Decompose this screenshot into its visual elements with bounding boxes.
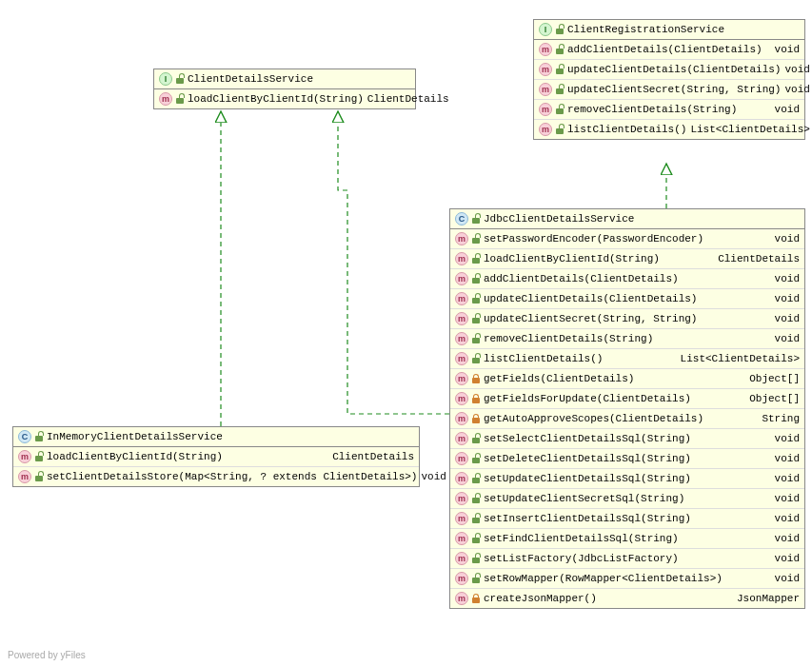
- method-row: mloadClientByClientId(String)ClientDetai…: [13, 447, 419, 467]
- method-return-type: ClientDetails: [367, 93, 449, 105]
- method-signature: setClientDetailsStore(Map<String, ? exte…: [47, 471, 417, 482]
- method-icon: m: [159, 92, 172, 106]
- method-return-type: ClientDetails: [718, 253, 800, 264]
- method-signature: getFieldsForUpdate(ClientDetails): [484, 393, 745, 404]
- locked-lock-icon: [472, 594, 480, 603]
- method-signature: setFindClientDetailsSql(String): [484, 533, 771, 544]
- class-name-label: InMemoryClientDetailsService: [47, 431, 223, 442]
- method-row: mgetFieldsForUpdate(ClientDetails)Object…: [450, 389, 804, 409]
- locked-lock-icon: [472, 414, 480, 423]
- open-lock-icon: [472, 214, 480, 224]
- method-row: mupdateClientDetails(ClientDetails)void: [450, 289, 804, 309]
- method-icon: m: [455, 472, 468, 485]
- method-return-type: void: [775, 453, 800, 464]
- method-list: maddClientDetails(ClientDetails)voidmupd…: [534, 40, 804, 139]
- method-icon: m: [455, 492, 468, 505]
- method-return-type: void: [775, 473, 800, 484]
- open-lock-icon: [35, 472, 43, 481]
- method-signature: getFields(ClientDetails): [484, 373, 745, 384]
- method-icon: m: [455, 272, 468, 285]
- method-row: mgetAutoApproveScopes(ClientDetails)Stri…: [450, 409, 804, 429]
- method-list: mloadClientByClientId(String)ClientDetai…: [154, 89, 415, 108]
- method-row: mlistClientDetails()List<ClientDetails>: [450, 349, 804, 369]
- method-row: msetInsertClientDetailsSql(String)void: [450, 509, 804, 529]
- method-icon: m: [455, 232, 468, 245]
- method-icon: m: [539, 43, 552, 56]
- method-return-type: void: [775, 533, 800, 544]
- class-title: C InMemoryClientDetailsService: [13, 427, 419, 447]
- method-signature: removeClientDetails(String): [567, 104, 771, 115]
- method-return-type: void: [784, 64, 809, 75]
- method-row: mgetFields(ClientDetails)Object[]: [450, 369, 804, 389]
- method-icon: m: [455, 292, 468, 305]
- method-icon: m: [18, 470, 31, 483]
- class-name-label: ClientDetailsService: [188, 73, 313, 85]
- method-signature: addClientDetails(ClientDetails): [567, 44, 771, 55]
- method-row: msetUpdateClientSecretSql(String)void: [450, 489, 804, 509]
- open-lock-icon: [472, 254, 480, 264]
- open-lock-icon: [176, 94, 184, 104]
- method-return-type: List<ClientDetails>: [681, 353, 800, 364]
- method-row: mremoveClientDetails(String)void: [450, 329, 804, 349]
- open-lock-icon: [472, 554, 480, 563]
- method-icon: m: [455, 572, 468, 585]
- method-row: msetPasswordEncoder(PasswordEncoder)void: [450, 229, 804, 249]
- open-lock-icon: [556, 85, 564, 94]
- class-icon: C: [18, 430, 31, 443]
- class-title: C JdbcClientDetailsService: [450, 209, 804, 229]
- method-signature: setUpdateClientSecretSql(String): [484, 493, 771, 504]
- method-icon: m: [455, 452, 468, 465]
- open-lock-icon: [472, 434, 480, 443]
- open-lock-icon: [556, 105, 564, 114]
- method-return-type: void: [421, 471, 446, 482]
- open-lock-icon: [472, 274, 480, 284]
- method-icon: m: [455, 412, 468, 425]
- method-icon: m: [539, 83, 552, 96]
- method-icon: m: [455, 552, 468, 565]
- class-client-details-service: I ClientDetailsService mloadClientByClie…: [153, 69, 416, 109]
- method-row: msetClientDetailsStore(Map<String, ? ext…: [13, 467, 419, 486]
- method-row: mremoveClientDetails(String)void: [534, 100, 804, 120]
- method-signature: loadClientByClientId(String): [47, 451, 328, 462]
- method-list: msetPasswordEncoder(PasswordEncoder)void…: [450, 229, 804, 608]
- method-return-type: ClientDetails: [332, 451, 414, 462]
- method-signature: setUpdateClientDetailsSql(String): [484, 473, 771, 484]
- method-row: mloadClientByClientId(String)ClientDetai…: [154, 89, 415, 108]
- method-return-type: void: [784, 84, 809, 95]
- class-client-registration-service: I ClientRegistrationService maddClientDe…: [533, 19, 805, 140]
- method-row: msetFindClientDetailsSql(String)void: [450, 529, 804, 549]
- method-signature: getAutoApproveScopes(ClientDetails): [484, 413, 758, 424]
- method-signature: removeClientDetails(String): [484, 333, 771, 344]
- method-return-type: String: [762, 413, 800, 424]
- class-in-memory-client-details-service: C InMemoryClientDetailsService mloadClie…: [12, 426, 420, 487]
- method-row: msetSelectClientDetailsSql(String)void: [450, 429, 804, 449]
- interface-icon: I: [159, 72, 172, 86]
- method-return-type: Object[]: [749, 393, 800, 404]
- method-signature: setSelectClientDetailsSql(String): [484, 433, 771, 444]
- open-lock-icon: [556, 125, 564, 134]
- method-icon: m: [539, 103, 552, 116]
- method-signature: updateClientSecret(String, String): [567, 84, 781, 95]
- method-icon: m: [455, 532, 468, 545]
- open-lock-icon: [472, 494, 480, 503]
- method-icon: m: [455, 432, 468, 445]
- interface-icon: I: [539, 23, 552, 36]
- method-signature: loadClientByClientId(String): [484, 253, 714, 264]
- class-jdbc-client-details-service: C JdbcClientDetailsService msetPasswordE…: [449, 208, 805, 609]
- method-row: mlistClientDetails()List<ClientDetails>: [534, 120, 804, 139]
- method-return-type: void: [775, 293, 800, 304]
- method-signature: setPasswordEncoder(PasswordEncoder): [484, 233, 771, 245]
- footer-credit: Powered by yFiles: [8, 650, 86, 660]
- method-row: maddClientDetails(ClientDetails)void: [450, 269, 804, 289]
- method-signature: setInsertClientDetailsSql(String): [484, 513, 771, 524]
- method-icon: m: [455, 252, 468, 265]
- method-signature: setRowMapper(RowMapper<ClientDetails>): [484, 573, 771, 584]
- method-icon: m: [455, 352, 468, 365]
- method-return-type: void: [775, 513, 800, 524]
- method-return-type: void: [775, 553, 800, 564]
- method-row: mloadClientByClientId(String)ClientDetai…: [450, 249, 804, 269]
- open-lock-icon: [472, 294, 480, 304]
- method-icon: m: [539, 123, 552, 136]
- method-signature: addClientDetails(ClientDetails): [484, 273, 771, 284]
- method-signature: loadClientByClientId(String): [188, 93, 364, 105]
